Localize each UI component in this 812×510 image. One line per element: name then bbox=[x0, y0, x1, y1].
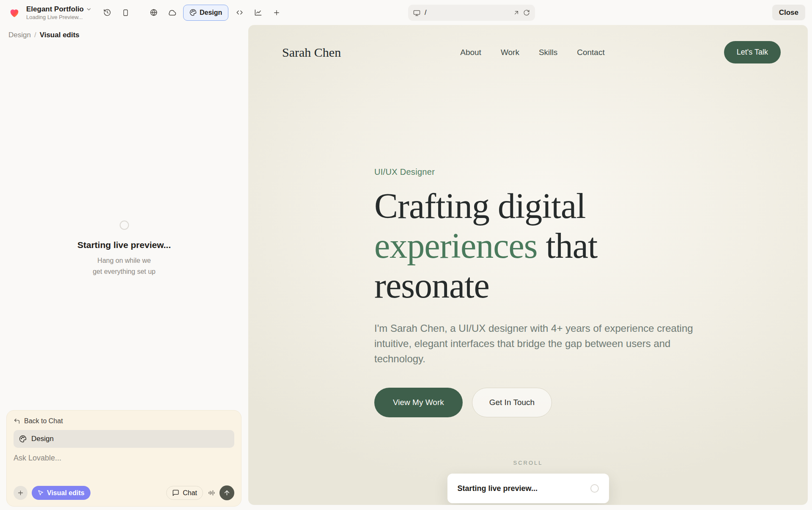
site-header: Sarah Chen About Work Skills Contact Let… bbox=[248, 25, 808, 63]
add-tab-button[interactable] bbox=[269, 5, 284, 20]
nav-contact[interactable]: Contact bbox=[577, 48, 604, 57]
history-icon bbox=[103, 8, 111, 17]
site-nav: About Work Skills Contact bbox=[460, 48, 604, 57]
ask-lovable-input[interactable] bbox=[14, 454, 234, 463]
open-external-icon[interactable] bbox=[513, 9, 520, 16]
toast-spinner-icon bbox=[590, 484, 599, 493]
live-preview-frame: Sarah Chen About Work Skills Contact Let… bbox=[248, 25, 808, 505]
panel-design-label: Design bbox=[31, 435, 54, 443]
panel-design-item[interactable]: Design bbox=[14, 430, 234, 448]
chevron-down-icon bbox=[86, 6, 92, 12]
loading-state: Starting live preview... Hang on while w… bbox=[0, 221, 248, 277]
back-to-chat-label: Back to Chat bbox=[24, 417, 63, 425]
device-preview-button[interactable] bbox=[118, 5, 133, 20]
loading-toast: Starting live preview... bbox=[447, 474, 609, 503]
corner-up-left-icon bbox=[14, 418, 20, 425]
refresh-icon[interactable] bbox=[523, 9, 530, 16]
code-icon bbox=[236, 8, 244, 17]
lovable-logo-icon[interactable] bbox=[8, 6, 21, 19]
hero-section: UI/UX Designer Crafting digital experien… bbox=[374, 167, 708, 417]
topbar: Elegant Portfolio Loading Live Preview..… bbox=[0, 0, 812, 25]
url-bar[interactable]: / bbox=[408, 5, 535, 21]
spinner-icon bbox=[120, 221, 129, 230]
device-icon bbox=[122, 9, 129, 17]
plus-icon bbox=[17, 489, 24, 496]
lets-talk-button[interactable]: Let's Talk bbox=[724, 41, 781, 63]
loading-subtitle: Hang on while we get everything set up bbox=[93, 255, 156, 277]
nav-about[interactable]: About bbox=[460, 48, 481, 57]
hero-eyebrow: UI/UX Designer bbox=[374, 167, 708, 177]
breadcrumb-current: Visual edits bbox=[40, 31, 80, 39]
project-name: Elegant Portfolio bbox=[26, 5, 84, 14]
nav-work[interactable]: Work bbox=[501, 48, 519, 57]
site-logo-text[interactable]: Sarah Chen bbox=[282, 45, 341, 60]
monitor-icon bbox=[413, 9, 420, 17]
url-path[interactable]: / bbox=[425, 9, 509, 17]
hero-description: I'm Sarah Chen, a UI/UX designer with 4+… bbox=[374, 321, 696, 367]
tab-design[interactable]: Design bbox=[183, 5, 228, 21]
arrow-up-icon bbox=[223, 489, 230, 496]
get-in-touch-button[interactable]: Get In Touch bbox=[472, 388, 552, 417]
close-button[interactable]: Close bbox=[772, 5, 805, 20]
sidebar: Design / Visual edits Starting live prev… bbox=[0, 25, 248, 510]
view-my-work-button[interactable]: View My Work bbox=[374, 388, 463, 417]
cloud-icon bbox=[168, 8, 176, 17]
loading-subtitle-line2: get everything set up bbox=[93, 268, 156, 275]
globe-icon bbox=[150, 8, 158, 17]
loading-title: Starting live preview... bbox=[77, 240, 171, 250]
hero-heading-part1: Crafting digital bbox=[374, 186, 586, 226]
tab-analytics[interactable] bbox=[250, 5, 266, 20]
analytics-icon bbox=[254, 8, 262, 17]
publish-globe-button[interactable] bbox=[146, 5, 161, 20]
breadcrumb-design[interactable]: Design bbox=[8, 31, 31, 39]
project-info[interactable]: Elegant Portfolio Loading Live Preview..… bbox=[26, 5, 92, 20]
history-button[interactable] bbox=[99, 5, 115, 20]
breadcrumb-separator: / bbox=[34, 31, 36, 39]
breadcrumb: Design / Visual edits bbox=[0, 25, 248, 45]
voice-input-button[interactable] bbox=[207, 489, 215, 497]
nav-skills[interactable]: Skills bbox=[539, 48, 557, 57]
back-to-chat-button[interactable]: Back to Chat bbox=[14, 417, 63, 425]
visual-edits-label: Visual edits bbox=[47, 489, 85, 497]
toast-text: Starting live preview... bbox=[458, 484, 538, 493]
project-status: Loading Live Preview... bbox=[26, 14, 92, 20]
attach-button[interactable] bbox=[14, 486, 27, 500]
chat-bubble-icon bbox=[172, 489, 179, 496]
hero-heading: Crafting digital experiences that resona… bbox=[374, 186, 679, 306]
loading-subtitle-line1: Hang on while we bbox=[97, 257, 151, 264]
waveform-icon bbox=[207, 489, 215, 497]
chat-mode-button[interactable]: Chat bbox=[166, 486, 203, 500]
cloud-button[interactable] bbox=[165, 5, 180, 20]
palette-icon bbox=[19, 435, 27, 443]
palette-icon bbox=[189, 9, 197, 16]
send-button[interactable] bbox=[219, 485, 234, 500]
chat-mode-label: Chat bbox=[183, 489, 197, 497]
cursor-icon bbox=[38, 490, 44, 496]
design-tab-label: Design bbox=[200, 9, 222, 17]
chat-panel: Back to Chat Design Visual edits Chat bbox=[6, 410, 241, 507]
scroll-indicator: SCROLL bbox=[513, 460, 543, 466]
tab-code[interactable] bbox=[232, 5, 247, 20]
plus-icon bbox=[273, 9, 280, 17]
visual-edits-button[interactable]: Visual edits bbox=[32, 486, 91, 500]
hero-heading-accent: experiences bbox=[374, 226, 537, 265]
